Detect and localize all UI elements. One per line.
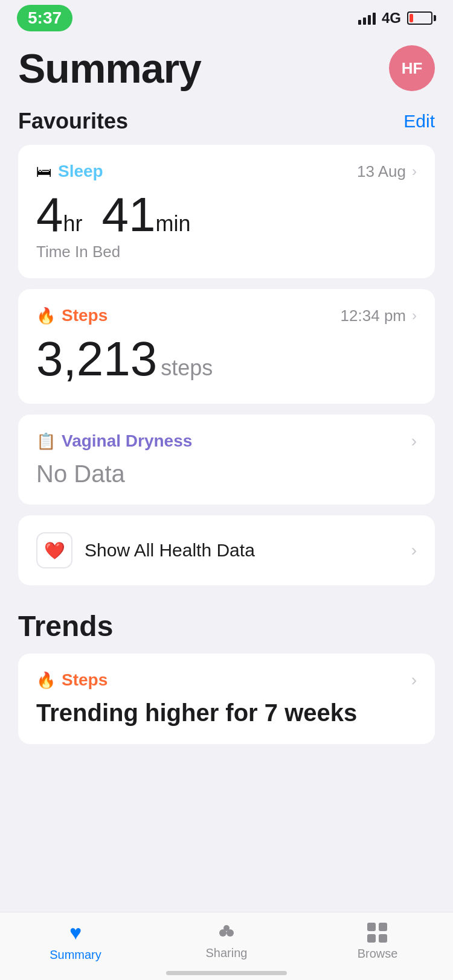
home-indicator xyxy=(166,971,287,975)
page-title: Summary xyxy=(18,45,201,92)
sleep-card-title: Sleep xyxy=(58,162,103,181)
steps-card[interactable]: 🔥 Steps 12:34 pm › 3,213steps xyxy=(18,289,435,404)
sleep-value: 4hr 41min xyxy=(36,191,417,239)
vd-card-header: 📋 Vaginal Dryness › xyxy=(36,431,417,451)
sleep-title-row: 🛏 Sleep xyxy=(36,162,103,181)
vd-chevron-icon: › xyxy=(411,431,417,451)
signal-bars-icon xyxy=(358,11,376,25)
steps-date: 12:34 pm › xyxy=(341,307,417,325)
tab-summary[interactable]: ♥ Summary xyxy=(39,921,112,962)
tab-sharing[interactable]: Sharing xyxy=(190,923,263,960)
no-data-label: No Data xyxy=(36,460,417,488)
sleep-card[interactable]: 🛏 Sleep 13 Aug › 4hr 41min Time In Bed xyxy=(18,145,435,278)
sharing-tab-label: Sharing xyxy=(206,946,248,960)
sharing-tab-icon xyxy=(216,923,237,943)
steps-card-header: 🔥 Steps 12:34 pm › xyxy=(36,306,417,325)
trends-steps-card-title: Steps xyxy=(62,670,108,690)
show-all-health-card[interactable]: ❤️ Show All Health Data › xyxy=(18,515,435,585)
trends-steps-title-row: 🔥 Steps xyxy=(36,670,108,690)
network-label: 4G xyxy=(382,10,401,27)
sleep-chevron-icon: › xyxy=(412,163,417,180)
trends-title: Trends xyxy=(18,609,435,643)
status-time: 5:37 xyxy=(17,5,72,31)
tab-bar: ♥ Summary Sharing Browse xyxy=(0,912,453,980)
health-heart-icon: ❤️ xyxy=(36,532,72,568)
vaginal-dryness-card[interactable]: 📋 Vaginal Dryness › No Data xyxy=(18,415,435,504)
avatar[interactable]: HF xyxy=(389,45,435,91)
sleep-card-header: 🛏 Sleep 13 Aug › xyxy=(36,162,417,181)
trends-steps-icon: 🔥 xyxy=(36,671,56,690)
vd-icon: 📋 xyxy=(36,432,56,451)
favourites-title: Favourites xyxy=(18,109,128,134)
trends-section: Trends 🔥 Steps › Trending higher for 7 w… xyxy=(18,609,435,744)
battery-icon xyxy=(407,11,436,25)
steps-value: 3,213steps xyxy=(36,335,417,383)
status-right: 4G xyxy=(358,10,436,27)
summary-tab-icon: ♥ xyxy=(69,921,82,944)
steps-card-title: Steps xyxy=(62,306,108,325)
health-data-left: ❤️ Show All Health Data xyxy=(36,532,255,568)
summary-tab-label: Summary xyxy=(50,948,101,962)
status-bar: 5:37 4G xyxy=(0,0,453,33)
sleep-icon: 🛏 xyxy=(36,162,52,181)
health-data-chevron-icon: › xyxy=(411,541,417,560)
steps-chevron-icon: › xyxy=(412,307,417,324)
edit-button[interactable]: Edit xyxy=(403,111,435,132)
trending-text: Trending higher for 7 weeks xyxy=(36,698,417,727)
trends-card-header: 🔥 Steps › xyxy=(36,670,417,690)
steps-title-row: 🔥 Steps xyxy=(36,306,108,325)
main-content: Summary HF Favourites Edit 🛏 Sleep 13 Au… xyxy=(0,33,453,744)
favourites-section-header: Favourites Edit xyxy=(18,109,435,134)
vd-title-row: 📋 Vaginal Dryness xyxy=(36,431,192,451)
health-data-label: Show All Health Data xyxy=(85,540,255,561)
browse-tab-icon xyxy=(367,923,388,943)
page-header: Summary HF xyxy=(18,45,435,92)
svg-point-2 xyxy=(223,925,230,931)
steps-icon: 🔥 xyxy=(36,307,56,325)
trends-steps-card[interactable]: 🔥 Steps › Trending higher for 7 weeks xyxy=(18,654,435,744)
vd-card-title: Vaginal Dryness xyxy=(62,431,192,451)
sleep-date: 13 Aug › xyxy=(357,162,417,181)
trends-chevron-icon: › xyxy=(411,670,417,690)
browse-tab-label: Browse xyxy=(358,947,398,961)
tab-browse[interactable]: Browse xyxy=(341,923,414,961)
sleep-label: Time In Bed xyxy=(36,243,417,261)
